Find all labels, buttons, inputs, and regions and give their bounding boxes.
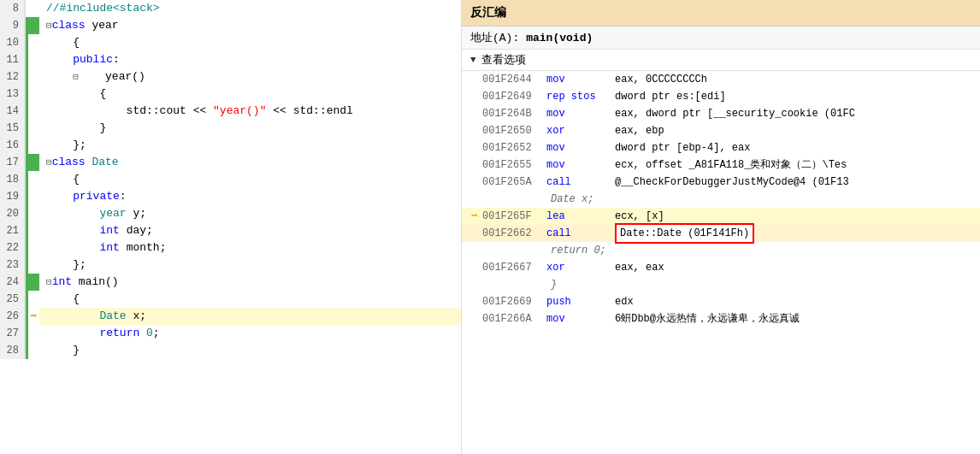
disasm-addr-7: 001F265A	[482, 174, 546, 191]
disasm-row-1: 001F2644 mov eax, 0CCCCCCCCh	[462, 71, 980, 88]
line-content-17: ⊟class Date	[39, 154, 461, 171]
disasm-row-9: 001F2662 call Date::Date (01F141Fh)	[462, 225, 980, 242]
line-content-19: private:	[39, 188, 461, 205]
code-line-26: 26 ➡ Date x;	[0, 308, 461, 325]
disasm-mnemonic-2: rep stos	[546, 88, 615, 105]
disasm-source-date-x: Date x;	[462, 191, 980, 208]
disasm-operand-7: @__CheckForDebuggerJustMyCode@4 (01F13	[615, 174, 975, 191]
code-line-11: 11 public:	[0, 51, 461, 68]
line-marker-22	[26, 239, 39, 256]
line-marker-14	[26, 103, 39, 120]
disasm-row-4: 001F2650 xor eax, ebp	[462, 122, 980, 139]
disasm-row-8: ➡ 001F265F lea ecx, [x]	[462, 208, 980, 225]
disasm-source-text-3: }	[482, 276, 557, 293]
line-marker-25	[26, 291, 39, 308]
disasm-view-options-row[interactable]: ▼ 查看选项	[462, 50, 980, 71]
disasm-mnemonic-4: xor	[546, 122, 615, 139]
code-line-12: 12 ⊟ year()	[0, 68, 461, 85]
code-line-20: 20 year y;	[0, 205, 461, 222]
disasm-mnemonic-1: mov	[546, 71, 615, 88]
line-marker-21	[26, 222, 39, 239]
disasm-operand-2: dword ptr es:[edi]	[615, 88, 975, 105]
execution-arrow-icon: ➡	[471, 208, 478, 225]
line-content-18: {	[39, 171, 461, 188]
line-number-8: 8	[0, 0, 26, 17]
code-line-16: 16 };	[0, 137, 461, 154]
line-number-13: 13	[0, 85, 26, 103]
disasm-mnemonic-6: mov	[546, 156, 615, 174]
code-line-25: 25 {	[0, 291, 461, 308]
disasm-row-5: 001F2652 mov dword ptr [ebp-4], eax	[462, 139, 980, 156]
line-content-26: Date x;	[39, 308, 461, 325]
line-content-10: {	[39, 34, 461, 51]
line-number-26: 26	[0, 308, 26, 325]
code-line-21: 21 int day;	[0, 222, 461, 239]
code-line-27: 27 return 0;	[0, 325, 461, 342]
line-content-16: };	[39, 137, 461, 154]
line-marker-12	[26, 68, 39, 85]
line-marker-28	[26, 342, 39, 359]
code-panel: 8 //#include<stack> 9 ⊟class year 10 { 1…	[0, 0, 462, 454]
disasm-mnemonic-12: mov	[546, 310, 615, 327]
line-content-21: int day;	[39, 222, 461, 239]
disasm-row-11: 001F2669 push edx	[462, 293, 980, 310]
line-number-20: 20	[0, 205, 26, 222]
disasm-addr-2: 001F2649	[482, 88, 546, 105]
disasm-addr-4: 001F2650	[482, 122, 546, 139]
line-number-27: 27	[0, 325, 26, 342]
line-number-23: 23	[0, 256, 26, 274]
line-marker-19	[26, 188, 39, 205]
disasm-mnemonic-5: mov	[546, 139, 615, 156]
line-number-24: 24	[0, 274, 26, 291]
line-number-22: 22	[0, 239, 26, 256]
line-content-25: {	[39, 291, 461, 308]
arrow-icon: ➡	[30, 308, 37, 325]
code-line-10: 10 {	[0, 34, 461, 51]
line-number-28: 28	[0, 342, 26, 359]
line-marker-9	[26, 17, 39, 34]
line-number-16: 16	[0, 137, 26, 154]
disasm-address-row: 地址(A): main(void)	[462, 27, 980, 50]
disasm-mnemonic-9: call	[546, 225, 615, 242]
disasm-addr-11: 001F2669	[482, 293, 546, 310]
disasm-row-10: 001F2667 xor eax, eax	[462, 259, 980, 276]
disasm-source-brace: }	[462, 276, 980, 293]
line-number-14: 14	[0, 103, 26, 120]
disasm-operand-8: ecx, [x]	[615, 208, 975, 225]
disasm-row-12: 001F266A mov 6蚈Dbb@永远热情，永远谦卑，永远真诚	[462, 310, 980, 327]
code-line-23: 23 };	[0, 256, 461, 274]
chevron-down-icon: ▼	[470, 55, 476, 65]
disasm-title: 反汇编	[462, 0, 980, 27]
disasm-address-label: 地址(A):	[470, 30, 519, 45]
code-line-8: 8 //#include<stack>	[0, 0, 461, 17]
line-number-10: 10	[0, 34, 26, 51]
disasm-address-value: main(void)	[526, 32, 593, 44]
code-line-13: 13 {	[0, 85, 461, 103]
line-content-20: year y;	[39, 205, 461, 222]
line-marker-24	[26, 274, 39, 291]
disasm-operand-12: 6蚈Dbb@永远热情，永远谦卑，永远真诚	[615, 310, 975, 327]
line-content-8: //#include<stack>	[39, 0, 461, 17]
disasm-operand-10: eax, eax	[615, 259, 975, 276]
disasm-source-text-2: return 0;	[482, 242, 606, 259]
disasm-addr-12: 001F266A	[482, 310, 546, 327]
line-marker-17	[26, 154, 39, 171]
highlighted-call-box: Date::Date (01F141Fh)	[615, 223, 754, 244]
code-line-17: 17 ⊟class Date	[0, 154, 461, 171]
line-number-9: 9	[0, 17, 26, 34]
line-content-11: public:	[39, 51, 461, 68]
code-line-22: 22 int month;	[0, 239, 461, 256]
disasm-addr-5: 001F2652	[482, 139, 546, 156]
line-number-25: 25	[0, 291, 26, 308]
disasm-row-6: 001F2655 mov ecx, offset _A81FA118_类和对象（…	[462, 156, 980, 174]
line-content-23: };	[39, 256, 461, 274]
disasm-row-2: 001F2649 rep stos dword ptr es:[edi]	[462, 88, 980, 105]
line-marker-26: ➡	[26, 308, 39, 325]
disasm-addr-6: 001F2655	[482, 156, 546, 174]
disasm-operand-9: Date::Date (01F141Fh)	[615, 223, 975, 244]
disasm-addr-3: 001F264B	[482, 105, 546, 122]
line-marker-10	[26, 34, 39, 51]
disasm-source-return: return 0;	[462, 242, 980, 259]
line-marker-8	[26, 0, 39, 17]
code-line-15: 15 }	[0, 120, 461, 137]
